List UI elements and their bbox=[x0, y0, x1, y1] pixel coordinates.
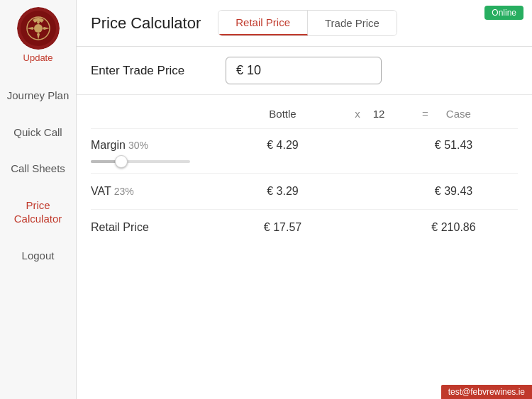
margin-bottle-value: € 4.29 bbox=[218, 139, 347, 152]
retail-price-bottle-value: € 17.57 bbox=[218, 221, 347, 234]
vat-bottle-value: € 3.29 bbox=[218, 185, 347, 198]
trade-price-input-row: Enter Trade Price bbox=[77, 47, 532, 95]
col-header-eq-case: = Case bbox=[389, 108, 518, 120]
margin-label: Margin30% bbox=[91, 139, 218, 152]
footer-email: test@febvrewines.ie bbox=[441, 385, 532, 399]
update-button[interactable]: Update bbox=[23, 52, 53, 63]
margin-slider-track[interactable] bbox=[91, 160, 190, 163]
vat-pct: 23% bbox=[114, 186, 134, 197]
sidebar: Update Journey Plan Quick Call Call Shee… bbox=[0, 0, 77, 399]
retail-price-case-value: € 210.86 bbox=[389, 221, 518, 234]
header: Price Calculator Retail Price Trade Pric… bbox=[77, 0, 532, 47]
col-header-bottle: Bottle bbox=[218, 108, 347, 120]
sidebar-item-logout[interactable]: Logout bbox=[0, 237, 76, 274]
tab-trade-price[interactable]: Trade Price bbox=[308, 11, 397, 35]
col-header-empty bbox=[91, 108, 218, 120]
main-content: Online Price Calculator Retail Price Tra… bbox=[77, 0, 532, 399]
margin-slider-row bbox=[91, 152, 518, 173]
col-header-x: x bbox=[347, 108, 368, 120]
margin-section: Margin30% € 4.29 € 51.43 bbox=[91, 129, 518, 174]
trade-price-input[interactable] bbox=[226, 57, 382, 84]
sidebar-nav: Journey Plan Quick Call Call Sheets Pric… bbox=[0, 77, 76, 288]
sidebar-item-journey-plan[interactable]: Journey Plan bbox=[0, 77, 76, 114]
margin-case-value: € 51.43 bbox=[389, 139, 518, 152]
margin-row: Margin30% € 4.29 € 51.43 bbox=[91, 139, 518, 152]
app-logo bbox=[17, 7, 60, 50]
calculator-body: Bottle x 12 = Case Margin30% € 4.29 € 51… bbox=[77, 95, 532, 399]
sidebar-item-call-sheets[interactable]: Call Sheets bbox=[0, 150, 76, 187]
sidebar-item-price-calculator[interactable]: Price Calculator bbox=[0, 187, 76, 237]
retail-price-label: Retail Price bbox=[91, 221, 218, 234]
status-bar: Online bbox=[484, 6, 523, 18]
page-title: Price Calculator bbox=[91, 14, 201, 33]
vat-case-value: € 39.43 bbox=[389, 185, 518, 198]
sidebar-item-quick-call[interactable]: Quick Call bbox=[0, 114, 76, 151]
col-header-12: 12 bbox=[368, 108, 389, 120]
online-badge: Online bbox=[484, 6, 523, 20]
margin-pct: 30% bbox=[128, 140, 148, 151]
trade-price-label: Enter Trade Price bbox=[91, 64, 211, 78]
retail-price-row: Retail Price € 17.57 € 210.86 bbox=[91, 210, 518, 245]
tab-retail-price[interactable]: Retail Price bbox=[218, 11, 308, 35]
svg-point-3 bbox=[34, 24, 43, 33]
margin-slider-thumb[interactable] bbox=[115, 155, 128, 168]
vat-label: VAT23% bbox=[91, 185, 218, 198]
tab-group: Retail Price Trade Price bbox=[218, 10, 397, 36]
vat-row: VAT23% € 3.29 € 39.43 bbox=[91, 174, 518, 210]
